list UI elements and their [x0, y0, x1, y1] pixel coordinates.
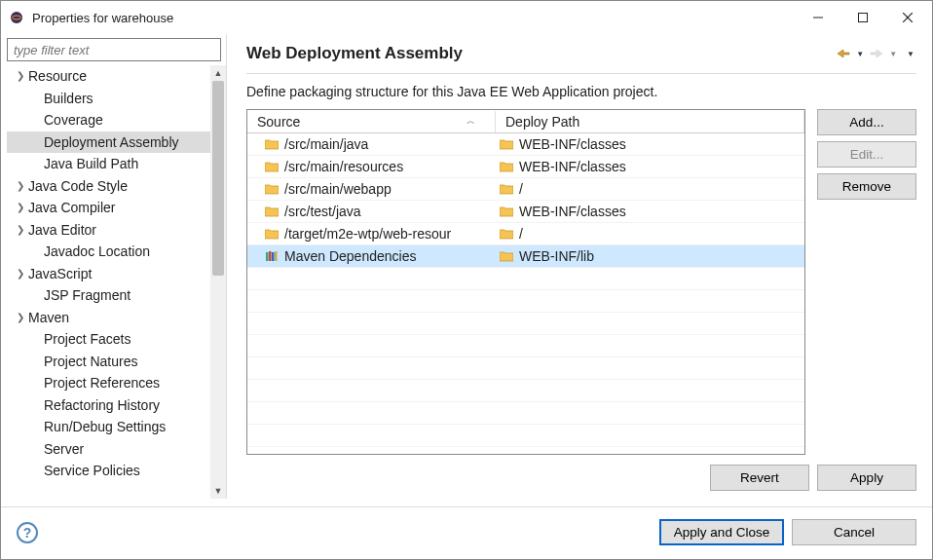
add-button[interactable]: Add...: [817, 109, 916, 135]
expand-icon[interactable]: ❯: [15, 219, 26, 242]
sidebar-item[interactable]: ❯Refactoring History: [7, 394, 210, 417]
forward-menu-icon[interactable]: ▼: [887, 50, 899, 58]
folder-icon: [265, 205, 279, 217]
sidebar-item[interactable]: ❯JSP Fragment: [7, 284, 210, 307]
sidebar: ❯Resource❯Builders❯Coverage❯Deployment A…: [1, 34, 227, 499]
column-header-deploy[interactable]: Deploy Path: [496, 111, 804, 132]
back-menu-icon[interactable]: ▼: [854, 50, 866, 58]
sort-asc-icon: ︿: [466, 115, 475, 128]
svg-rect-8: [272, 252, 275, 261]
table-row-empty: [247, 425, 804, 447]
sidebar-item[interactable]: ❯Builders: [7, 88, 210, 110]
eclipse-icon: [9, 10, 24, 25]
sidebar-item[interactable]: ❯Project References: [7, 372, 210, 394]
table-row[interactable]: /src/test/javaWEB-INF/classes: [247, 201, 804, 223]
folder-icon: [265, 161, 279, 172]
page-title: Web Deployment Assembly: [246, 44, 835, 63]
source-cell: /src/main/webapp: [284, 181, 392, 197]
expand-icon[interactable]: ❯: [15, 197, 26, 219]
table-row[interactable]: /target/m2e-wtp/web-resour/: [247, 223, 804, 245]
sidebar-item[interactable]: ❯Maven: [7, 307, 210, 329]
deploy-cell: /: [519, 181, 523, 197]
table-row-empty: [247, 335, 804, 357]
sidebar-item-label: Deployment Assembly: [44, 131, 179, 154]
deploy-cell: WEB-INF/classes: [519, 159, 626, 174]
category-tree[interactable]: ❯Resource❯Builders❯Coverage❯Deployment A…: [7, 65, 210, 499]
folder-icon: [500, 228, 513, 240]
expand-icon[interactable]: ❯: [15, 307, 26, 329]
folder-icon: [500, 250, 513, 262]
sidebar-item-label: Java Build Path: [44, 153, 138, 175]
sidebar-item[interactable]: ❯Java Build Path: [7, 153, 210, 175]
sidebar-item-label: Project Facets: [44, 328, 131, 351]
folder-icon: [265, 138, 279, 150]
column-header-source[interactable]: Source ︿: [247, 111, 496, 132]
table-row-empty: [247, 357, 804, 380]
content-pane: Web Deployment Assembly ▼ ▼ ▼ Define pac…: [227, 34, 932, 499]
table-row[interactable]: /src/main/javaWEB-INF/classes: [247, 133, 804, 156]
sidebar-scrollbar[interactable]: ▲ ▼: [210, 65, 226, 499]
sidebar-item[interactable]: ❯Project Natures: [7, 351, 210, 373]
svg-rect-9: [275, 251, 278, 261]
expand-icon[interactable]: ❯: [15, 65, 26, 88]
sidebar-item-label: Javadoc Location: [44, 241, 150, 263]
sidebar-item-label: Java Editor: [28, 219, 96, 242]
folder-icon: [500, 161, 513, 172]
sidebar-item[interactable]: ❯Resource: [7, 65, 210, 88]
sidebar-item[interactable]: ❯JavaScript: [7, 263, 210, 285]
back-icon[interactable]: [835, 49, 852, 58]
assembly-table: Source ︿ Deploy Path /src/main/javaWEB-I…: [246, 109, 805, 455]
deploy-cell: /: [519, 226, 523, 242]
scroll-down-icon[interactable]: ▼: [210, 483, 226, 499]
help-icon[interactable]: ?: [17, 522, 38, 543]
folder-icon: [500, 138, 513, 150]
sidebar-item[interactable]: ❯Service Policies: [7, 460, 210, 482]
apply-and-close-button[interactable]: Apply and Close: [659, 519, 784, 545]
sidebar-item-label: Java Code Style: [28, 175, 128, 198]
close-button[interactable]: [885, 3, 930, 32]
column-header-source-label: Source: [257, 114, 300, 130]
sidebar-item-label: Project Natures: [44, 351, 137, 373]
sidebar-item[interactable]: ❯Deployment Assembly: [7, 131, 210, 154]
remove-button[interactable]: Remove: [817, 173, 916, 200]
sidebar-item-label: Java Compiler: [28, 197, 115, 219]
table-row[interactable]: Maven DependenciesWEB-INF/lib: [247, 245, 804, 268]
divider: [246, 73, 916, 74]
folder-icon: [265, 228, 279, 240]
sidebar-item[interactable]: ❯Project Facets: [7, 328, 210, 351]
sidebar-item-label: Server: [44, 438, 84, 461]
table-row[interactable]: /src/main/resourcesWEB-INF/classes: [247, 156, 804, 178]
revert-button[interactable]: Revert: [710, 465, 809, 491]
svg-rect-3: [859, 14, 868, 22]
view-menu-icon[interactable]: ▼: [905, 50, 916, 58]
scroll-thumb[interactable]: [212, 81, 224, 276]
svg-rect-7: [269, 251, 272, 261]
source-cell: /src/test/java: [284, 204, 361, 219]
sidebar-item[interactable]: ❯Run/Debug Settings: [7, 416, 210, 438]
sidebar-item-label: JavaScript: [28, 263, 92, 285]
expand-icon[interactable]: ❯: [15, 263, 26, 285]
folder-icon: [500, 183, 513, 195]
sidebar-item[interactable]: ❯Server: [7, 438, 210, 461]
filter-input[interactable]: [7, 38, 221, 61]
forward-icon[interactable]: [868, 49, 885, 58]
source-cell: /src/main/java: [284, 136, 368, 152]
apply-button[interactable]: Apply: [817, 465, 916, 491]
minimize-button[interactable]: [796, 3, 840, 32]
sidebar-item[interactable]: ❯Javadoc Location: [7, 241, 210, 263]
cancel-button[interactable]: Cancel: [792, 519, 916, 545]
sidebar-item-label: Resource: [28, 65, 87, 88]
sidebar-item[interactable]: ❯Java Code Style: [7, 175, 210, 198]
scroll-up-icon[interactable]: ▲: [210, 65, 226, 81]
page-description: Define packaging structure for this Java…: [246, 84, 916, 99]
table-row-empty: [247, 313, 804, 335]
deploy-cell: WEB-INF/classes: [519, 136, 626, 152]
table-row[interactable]: /src/main/webapp/: [247, 178, 804, 201]
edit-button[interactable]: Edit...: [817, 141, 916, 168]
sidebar-item[interactable]: ❯Java Editor: [7, 219, 210, 242]
folder-icon: [265, 183, 279, 195]
maximize-button[interactable]: [840, 3, 885, 32]
sidebar-item[interactable]: ❯Java Compiler: [7, 197, 210, 219]
expand-icon[interactable]: ❯: [15, 175, 26, 198]
sidebar-item[interactable]: ❯Coverage: [7, 109, 210, 131]
